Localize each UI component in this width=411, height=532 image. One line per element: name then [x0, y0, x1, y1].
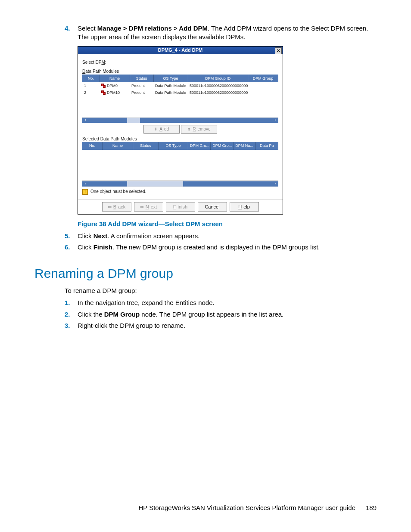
selected-dpm-table[interactable]: No. Name Status OS Type DPM Gro... DPM G… — [82, 142, 278, 149]
step-num: 5. — [65, 232, 70, 240]
close-icon: ✕ — [277, 48, 280, 54]
table-header-row: No. Name Status OS Type DPM Group ID DPM… — [82, 75, 278, 82]
step4-bold: Manage > DPM relations > Add DPM — [97, 25, 208, 32]
arrow-down-icon: ⬇ — [154, 127, 158, 132]
arrow-up-icon: ⬆ — [187, 127, 191, 132]
upper-caption: Data Path Modules — [82, 68, 278, 75]
hscrollbar[interactable]: ‹ › — [82, 180, 278, 187]
section-heading: Renaming a DPM group — [34, 265, 377, 283]
close-button[interactable]: ✕ — [275, 47, 282, 54]
rename-step-2: 2. Click the DPM Group node. The DPM gro… — [65, 310, 377, 319]
step4-prefix: Select — [78, 25, 97, 32]
table-row[interactable]: 1 DPM9 Present Data Path Module 500011e1… — [82, 82, 278, 89]
dialog-title: DPMG_4 - Add DPM — [158, 47, 203, 53]
step-num: 4. — [65, 24, 70, 33]
step-num: 2. — [65, 310, 70, 319]
finish-button[interactable]: Finish — [166, 202, 195, 212]
dpm-node-icon — [101, 90, 106, 95]
step-num: 3. — [65, 321, 70, 330]
lower-caption: Selected Data Path Modules — [82, 136, 278, 142]
table-row[interactable]: 2 DPM10 Present Data Path Module 500011e… — [82, 89, 278, 96]
next-button[interactable]: ➡Next — [134, 202, 163, 212]
dialog-title-bar: DPMG_4 - Add DPM ✕ — [78, 47, 283, 54]
arrow-left-icon: ⬅ — [108, 204, 112, 210]
step-6: 6. Click Finish. The new DPM group is cr… — [65, 243, 377, 252]
section-intro: To rename a DPM group: — [65, 286, 377, 295]
hscrollbar[interactable]: ‹ › — [82, 117, 278, 123]
help-button[interactable]: Help — [230, 202, 259, 212]
warning-message: ! One object must be selected. — [82, 188, 278, 196]
back-button[interactable]: ⬅Back — [102, 202, 131, 212]
scroll-right-icon[interactable]: › — [272, 181, 278, 187]
table-header-row: No. Name Status OS Type DPM Gro... DPM G… — [82, 142, 278, 149]
figure-caption: Figure 38 Add DPM wizard—Select DPM scre… — [78, 220, 377, 228]
warning-icon: ! — [82, 189, 88, 195]
remove-button[interactable]: ⬆Remove — [181, 125, 217, 134]
add-button[interactable]: ⬇Add — [143, 125, 180, 134]
page-footer: HP StorageWorks SAN Virtualization Servi… — [0, 504, 411, 512]
footer-text: HP StorageWorks SAN Virtualization Servi… — [138, 504, 355, 512]
page-number: 189 — [366, 504, 377, 512]
step-5: 5. Click Next. A confirmation screen app… — [65, 232, 377, 240]
scroll-left-icon[interactable]: ‹ — [82, 118, 88, 123]
select-dpm-label: Select DPM: — [82, 59, 278, 65]
rename-step-3: 3. Right-click the DPM group to rename. — [65, 321, 377, 330]
step-num: 1. — [65, 299, 70, 307]
dpm-node-icon — [101, 84, 106, 88]
add-dpm-dialog: DPMG_4 - Add DPM ✕ Select DPM: Data Path… — [78, 46, 283, 215]
scroll-left-icon[interactable]: ‹ — [82, 181, 88, 187]
scroll-right-icon[interactable]: › — [272, 118, 278, 123]
step-4: 4. Select Manage > DPM relations > Add D… — [65, 24, 377, 42]
available-dpm-table[interactable]: No. Name Status OS Type DPM Group ID DPM… — [82, 75, 278, 96]
cancel-button[interactable]: Cancel — [198, 202, 227, 212]
arrow-right-icon: ➡ — [140, 204, 144, 210]
rename-step-1: 1. In the navigation tree, expand the En… — [65, 299, 377, 307]
step-num: 6. — [65, 243, 70, 252]
